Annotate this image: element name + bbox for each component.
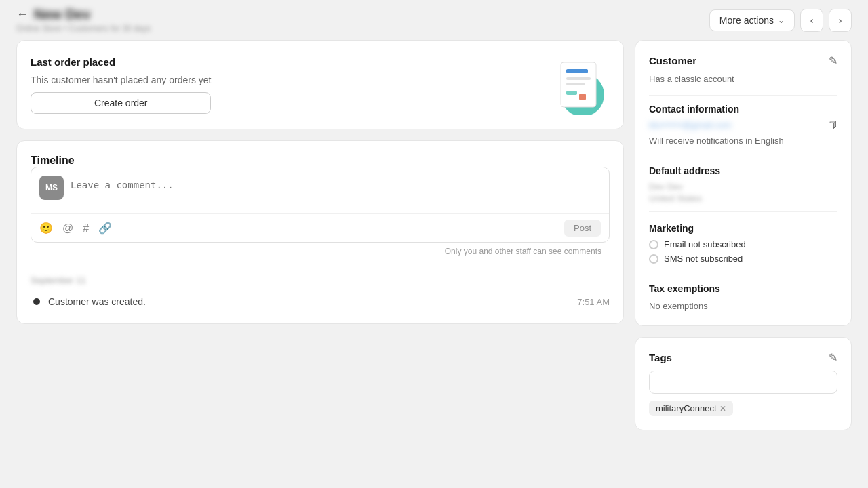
address-title: Default address bbox=[649, 165, 837, 176]
svg-rect-3 bbox=[566, 77, 591, 80]
marketing-title: Marketing bbox=[649, 223, 837, 234]
emoji-icon[interactable]: 🙂 bbox=[39, 222, 53, 235]
timeline-event: Customer was created. 7:51 AM bbox=[31, 293, 610, 310]
event-time: 7:51 AM bbox=[577, 297, 610, 307]
header-right: More actions ⌄ ‹ › bbox=[709, 9, 852, 32]
event-text: Customer was created. bbox=[48, 296, 569, 307]
account-type: Has a classic account bbox=[649, 74, 837, 84]
prev-nav-button[interactable]: ‹ bbox=[800, 9, 823, 32]
email-display: blu•••••••@gmail.com bbox=[649, 120, 732, 130]
divider-2 bbox=[649, 157, 837, 157]
chevron-down-icon: ⌄ bbox=[778, 16, 785, 25]
last-order-card: Last order placed This customer hasn't p… bbox=[16, 40, 624, 129]
tags-card: Tags ✎ militaryConnect ✕ bbox=[635, 337, 852, 430]
mention-icon[interactable]: @ bbox=[62, 222, 73, 235]
comment-input-row: MS bbox=[31, 167, 609, 214]
comment-input[interactable] bbox=[71, 176, 601, 205]
contact-title: Contact information bbox=[649, 104, 837, 115]
timeline-section: September 11 Customer was created. 7:51 … bbox=[31, 275, 610, 310]
tags-input[interactable] bbox=[649, 371, 837, 394]
tags-list: militaryConnect ✕ bbox=[649, 401, 837, 416]
customer-edit-icon[interactable]: ✎ bbox=[829, 54, 837, 67]
hashtag-icon[interactable]: # bbox=[83, 222, 89, 235]
marketing-section: Marketing Email not subscribed SMS not s… bbox=[649, 223, 837, 264]
copy-icon[interactable]: 🗍 bbox=[828, 120, 837, 131]
toolbar-icons: 🙂 @ # 🔗 bbox=[39, 222, 112, 235]
page-title: New Dev bbox=[34, 7, 90, 22]
tag-label: militaryConnect bbox=[656, 403, 717, 413]
svg-rect-5 bbox=[566, 91, 577, 95]
tags-section-header: Tags ✎ bbox=[649, 351, 837, 364]
left-column: Last order placed This customer hasn't p… bbox=[16, 40, 624, 430]
create-order-button[interactable]: Create order bbox=[31, 92, 211, 114]
timeline-card: Timeline MS 🙂 @ # 🔗 Post Only you bbox=[16, 140, 624, 324]
no-exemptions: No exemptions bbox=[649, 301, 708, 311]
tags-edit-icon[interactable]: ✎ bbox=[829, 351, 837, 364]
next-nav-button[interactable]: › bbox=[829, 9, 852, 32]
tag-remove-icon[interactable]: ✕ bbox=[719, 405, 726, 413]
last-order-content: Last order placed This customer hasn't p… bbox=[31, 56, 211, 114]
svg-rect-4 bbox=[566, 83, 585, 85]
svg-rect-6 bbox=[579, 94, 586, 100]
sms-radio[interactable] bbox=[649, 254, 658, 264]
tag-item: militaryConnect ✕ bbox=[649, 401, 733, 416]
tax-title: Tax exemptions bbox=[649, 283, 837, 294]
svg-rect-2 bbox=[566, 69, 588, 73]
email-subscribed-row: Email not subscribed bbox=[649, 239, 837, 249]
avatar: MS bbox=[39, 176, 64, 200]
back-row: ← New Dev bbox=[16, 7, 151, 22]
timeline-title: Timeline bbox=[31, 155, 75, 166]
customer-title: Customer bbox=[649, 55, 696, 66]
main-content: Last order placed This customer hasn't p… bbox=[0, 40, 868, 447]
comment-box: MS 🙂 @ # 🔗 Post bbox=[31, 167, 610, 243]
email-radio[interactable] bbox=[649, 240, 658, 249]
address-line-2: United States bbox=[649, 193, 837, 203]
tax-section: Tax exemptions No exemptions bbox=[649, 283, 837, 312]
tags-title: Tags bbox=[649, 352, 672, 363]
right-column: Customer ✎ Has a classic account Contact… bbox=[635, 40, 852, 430]
back-icon[interactable]: ← bbox=[16, 7, 28, 22]
last-order-title: Last order placed bbox=[31, 56, 211, 68]
timeline-dot bbox=[33, 298, 40, 305]
staff-note: Only you and other staff can see comment… bbox=[31, 243, 610, 262]
contact-row: blu•••••••@gmail.com 🗍 bbox=[649, 120, 837, 133]
order-illustration bbox=[542, 54, 610, 115]
header: ← New Dev Online Store • Customers for 3… bbox=[0, 0, 868, 40]
breadcrumb: Online Store • Customers for 30 days bbox=[16, 24, 151, 33]
header-left: ← New Dev Online Store • Customers for 3… bbox=[16, 7, 151, 33]
email-subscribed-label: Email not subscribed bbox=[664, 239, 746, 249]
more-actions-label: More actions bbox=[719, 15, 774, 26]
more-actions-button[interactable]: More actions ⌄ bbox=[709, 9, 795, 31]
divider-4 bbox=[649, 272, 837, 272]
address-line-1: Dev Dev bbox=[649, 182, 837, 192]
sms-subscribed-row: SMS not subscribed bbox=[649, 253, 837, 264]
attachment-icon[interactable]: 🔗 bbox=[98, 222, 112, 235]
notification-lang: Will receive notifications in English bbox=[649, 136, 837, 146]
customer-card: Customer ✎ Has a classic account Contact… bbox=[635, 40, 852, 326]
comment-toolbar: 🙂 @ # 🔗 Post bbox=[31, 214, 609, 242]
last-order-subtitle: This customer hasn't placed any orders y… bbox=[31, 75, 211, 85]
sms-subscribed-label: SMS not subscribed bbox=[664, 253, 743, 264]
timeline-date: September 11 bbox=[31, 275, 610, 285]
customer-section-header: Customer ✎ bbox=[649, 54, 837, 67]
post-button[interactable]: Post bbox=[564, 220, 601, 237]
divider-3 bbox=[649, 211, 837, 212]
divider-1 bbox=[649, 95, 837, 96]
